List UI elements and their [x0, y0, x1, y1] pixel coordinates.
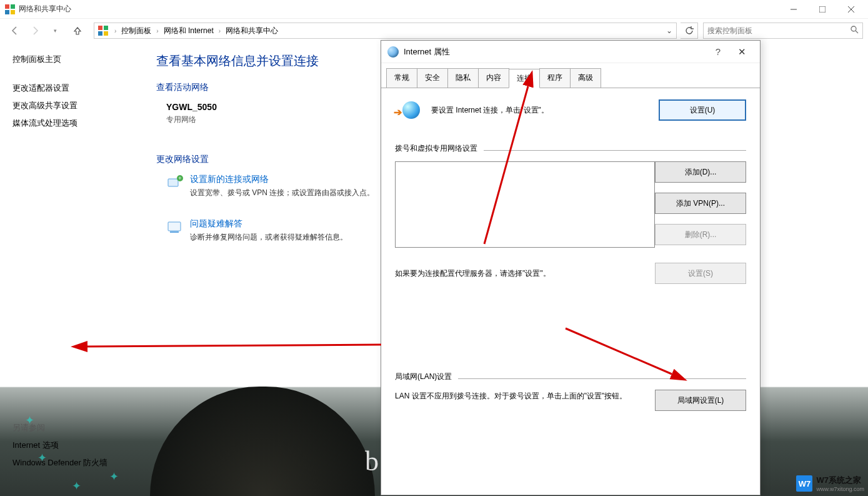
divider	[484, 150, 746, 151]
svg-rect-11	[104, 31, 108, 36]
dialup-listbox[interactable]	[395, 161, 655, 248]
settings-button: 设置(S)	[655, 263, 746, 284]
add-button[interactable]: 添加(D)...	[655, 161, 746, 183]
setup-button[interactable]: 设置(U)	[659, 99, 746, 121]
tab-general[interactable]: 常规	[386, 68, 417, 88]
nav-back-button[interactable]	[5, 21, 25, 40]
troubleshoot-link[interactable]: 问题疑难解答	[190, 218, 347, 230]
svg-rect-2	[5, 10, 9, 14]
dialog-title: Internet 属性	[404, 46, 450, 58]
tab-content[interactable]: 内容	[478, 68, 509, 88]
control-panel-icon	[5, 4, 15, 14]
tab-connections[interactable]: 连接	[509, 69, 540, 88]
sidebar-internet-options[interactable]: Internet 选项	[12, 440, 137, 451]
breadcrumb-sep: ›	[111, 28, 120, 34]
sidebar-defender-firewall[interactable]: Windows Defender 防火墙	[12, 457, 137, 468]
svg-rect-8	[98, 26, 102, 30]
tab-privacy[interactable]: 隐私	[447, 68, 479, 88]
navbar: ▾ › 控制面板 › 网络和 Internet › 网络和共享中心 ⌄ 搜索控制…	[0, 19, 868, 43]
breadcrumb-item-1[interactable]: 网络和 Internet	[162, 26, 215, 36]
minimize-button[interactable]	[779, 0, 808, 19]
svg-rect-10	[98, 31, 102, 36]
watermark-badge: W7	[796, 475, 812, 492]
breadcrumb-sep: ›	[152, 28, 162, 34]
dialog-titlebar: Internet 属性 ? ✕	[381, 41, 760, 63]
breadcrumb-sep: ›	[215, 28, 224, 34]
recent-dropdown[interactable]: ▾	[45, 21, 65, 40]
divider	[458, 378, 746, 379]
tab-advanced[interactable]: 高级	[570, 68, 601, 88]
control-panel-icon	[98, 26, 108, 36]
svg-rect-1	[11, 4, 15, 9]
watermark-brand: W7系统之家	[816, 475, 861, 485]
setup-globe-icon: ➔	[402, 101, 420, 119]
tab-security[interactable]: 安全	[417, 68, 448, 88]
maximize-button[interactable]	[808, 0, 837, 19]
sidebar-adapter-settings[interactable]: 更改适配器设置	[12, 83, 137, 94]
add-vpn-button[interactable]: 添加 VPN(P)...	[655, 193, 746, 214]
arrow-icon: ➔	[394, 106, 402, 118]
search-box[interactable]: 搜索控制面板	[703, 23, 863, 39]
globe-icon	[387, 46, 399, 58]
setup-text: 要设置 Internet 连接，单击"设置"。	[431, 105, 659, 116]
nav-up-button[interactable]	[67, 21, 87, 40]
svg-rect-3	[11, 10, 15, 14]
svg-rect-5	[819, 6, 826, 13]
watermark: W7 W7系统之家 www.w7xitong.com	[796, 475, 864, 492]
internet-properties-dialog: Internet 属性 ? ✕ 常规 安全 隐私 内容 连接 程序 高级 ➔ 要…	[381, 40, 761, 495]
sidebar-internet-options-label: Internet 选项	[12, 440, 59, 451]
see-also-label: 另请参阅	[12, 422, 137, 433]
breadcrumb-item-0[interactable]: 控制面板	[120, 26, 152, 36]
dialog-help-button[interactable]: ?	[706, 46, 730, 57]
svg-rect-17	[168, 222, 181, 231]
tab-row: 常规 安全 隐私 内容 连接 程序 高级	[381, 63, 760, 88]
lan-group-label: 局域网(LAN)设置	[395, 372, 452, 382]
remove-button: 删除(R)...	[655, 224, 746, 245]
svg-rect-0	[5, 4, 9, 9]
breadcrumb-dropdown[interactable]: ⌄	[664, 23, 675, 38]
search-icon	[851, 26, 859, 36]
sidebar-media-streaming[interactable]: 媒体流式处理选项	[12, 118, 137, 129]
svg-rect-9	[104, 26, 108, 30]
lan-text: LAN 设置不应用到拨号连接。对于拨号设置，单击上面的"设置"按钮。	[395, 390, 655, 411]
dialup-group-label: 拨号和虚拟专用网络设置	[395, 143, 477, 154]
titlebar: 网络和共享中心	[0, 0, 868, 19]
svg-line-13	[856, 31, 858, 33]
svg-text:+: +	[178, 175, 181, 181]
setup-connection-icon: +	[166, 174, 184, 191]
setup-connection-link[interactable]: 设置新的连接或网络	[190, 174, 374, 185]
sidebar: 控制面板主页 更改适配器设置 更改高级共享设置 媒体流式处理选项 另请参阅 In…	[0, 43, 150, 496]
close-button[interactable]	[837, 0, 866, 19]
setup-connection-desc: 设置宽带、拨号或 VPN 连接；或设置路由器或接入点。	[190, 188, 374, 198]
svg-point-12	[851, 26, 856, 31]
tab-programs[interactable]: 程序	[539, 68, 571, 88]
lan-settings-button[interactable]: 局域网设置(L)	[655, 390, 746, 411]
breadcrumb-item-2[interactable]: 网络和共享中心	[224, 26, 279, 36]
nav-forward-button[interactable]	[25, 21, 45, 40]
sidebar-sharing-settings[interactable]: 更改高级共享设置	[12, 100, 137, 111]
window-title: 网络和共享中心	[19, 4, 71, 14]
dialog-close-button[interactable]: ✕	[730, 46, 754, 58]
watermark-url: www.w7xitong.com	[816, 486, 864, 492]
proxy-text: 如果要为连接配置代理服务器，请选择"设置"。	[395, 268, 655, 279]
search-placeholder: 搜索控制面板	[707, 26, 851, 36]
svg-rect-14	[168, 179, 178, 186]
breadcrumb[interactable]: › 控制面板 › 网络和 Internet › 网络和共享中心 ⌄	[94, 23, 677, 39]
control-panel-home-link[interactable]: 控制面板主页	[12, 54, 137, 65]
troubleshoot-icon	[166, 218, 184, 236]
troubleshoot-desc: 诊断并修复网络问题，或者获得疑难解答信息。	[190, 232, 347, 243]
refresh-button[interactable]	[681, 23, 698, 39]
